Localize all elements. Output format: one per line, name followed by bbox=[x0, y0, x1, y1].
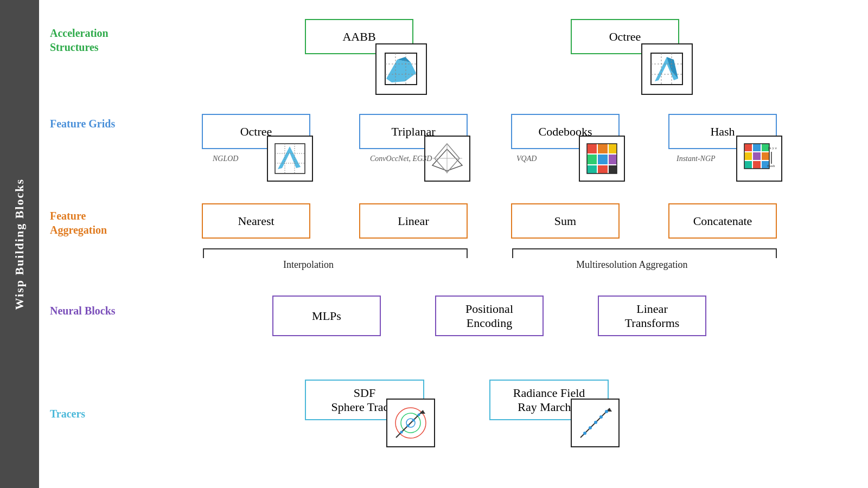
svg-text:Hash: Hash bbox=[767, 164, 775, 168]
hash-image: [x y z] Hash bbox=[736, 136, 782, 182]
label-acceleration: AccelerationStructures bbox=[50, 26, 108, 54]
octree-grid-image bbox=[267, 136, 313, 182]
bracket-top-interp bbox=[203, 248, 468, 249]
svg-rect-26 bbox=[609, 144, 617, 153]
triplanar-icon bbox=[430, 141, 465, 176]
svg-rect-27 bbox=[587, 155, 597, 164]
svg-point-52 bbox=[400, 431, 403, 434]
octree-accel-icon bbox=[647, 49, 687, 89]
aabb-icon bbox=[381, 49, 422, 89]
svg-rect-38 bbox=[753, 152, 761, 160]
label-feature-grids: Feature Grids bbox=[50, 117, 115, 131]
bracket-left-interp bbox=[203, 248, 204, 258]
interpolation-label: Interpolation bbox=[283, 259, 334, 271]
svg-rect-41 bbox=[753, 161, 761, 169]
hash-icon: [x y z] Hash bbox=[742, 141, 777, 176]
aabb-image bbox=[375, 43, 427, 95]
main-content: AccelerationStructures Feature Grids Fea… bbox=[39, 0, 868, 488]
sdf-icon bbox=[392, 404, 430, 442]
radiance-icon bbox=[576, 404, 614, 442]
linear-box: Linear bbox=[359, 203, 468, 239]
caption-nglod: NGLOD bbox=[213, 155, 238, 163]
nearest-box: Nearest bbox=[202, 203, 310, 239]
svg-point-59 bbox=[589, 426, 592, 429]
caption-vqad: VQAD bbox=[516, 155, 537, 163]
multiresolution-label: Multiresolution Aggregation bbox=[576, 259, 687, 271]
svg-rect-32 bbox=[609, 165, 617, 174]
bracket-right-multi bbox=[776, 248, 777, 258]
svg-rect-40 bbox=[744, 161, 752, 169]
svg-point-54 bbox=[412, 419, 415, 422]
bracket-right-interp bbox=[467, 248, 468, 258]
bracket-top-multi bbox=[512, 248, 777, 249]
octree-grid-icon bbox=[272, 141, 308, 176]
positional-encoding-box: Positional Encoding bbox=[435, 296, 544, 336]
codebooks-image bbox=[579, 136, 625, 182]
label-tracers: Tracers bbox=[50, 407, 85, 421]
svg-rect-34 bbox=[744, 144, 752, 151]
mlps-box: MLPs bbox=[272, 296, 381, 336]
label-feature-aggregation: FeatureAggregation bbox=[50, 209, 107, 237]
caption-instant-ngp: Instant-NGP bbox=[676, 155, 716, 163]
svg-rect-24 bbox=[587, 144, 597, 153]
label-neural-blocks: Neural Blocks bbox=[50, 304, 116, 318]
linear-transforms-box: Linear Transforms bbox=[598, 296, 706, 336]
svg-point-61 bbox=[599, 415, 603, 419]
codebooks-icon bbox=[584, 141, 620, 176]
svg-marker-0 bbox=[386, 60, 416, 82]
svg-marker-14 bbox=[278, 146, 301, 169]
caption-convocc: ConvOccNet, EG3D bbox=[370, 155, 432, 163]
sidebar: Wisp Building Blocks bbox=[0, 0, 39, 488]
svg-point-60 bbox=[594, 421, 597, 424]
radiance-image bbox=[571, 399, 620, 447]
svg-rect-39 bbox=[762, 152, 769, 160]
svg-point-53 bbox=[407, 425, 410, 427]
svg-rect-25 bbox=[598, 144, 608, 153]
svg-rect-28 bbox=[598, 155, 608, 164]
sum-box: Sum bbox=[511, 203, 620, 239]
bracket-left-multi bbox=[512, 248, 513, 258]
svg-point-62 bbox=[605, 410, 608, 413]
octree-accel-image bbox=[641, 43, 693, 95]
svg-rect-30 bbox=[587, 165, 597, 174]
svg-rect-29 bbox=[609, 155, 617, 164]
svg-rect-31 bbox=[598, 165, 608, 174]
svg-point-55 bbox=[418, 414, 420, 416]
sdf-image bbox=[386, 399, 435, 447]
svg-rect-37 bbox=[744, 152, 752, 160]
svg-rect-35 bbox=[753, 144, 761, 151]
concatenate-box: Concatenate bbox=[668, 203, 777, 239]
svg-point-58 bbox=[583, 432, 586, 435]
sidebar-label: Wisp Building Blocks bbox=[12, 178, 27, 310]
